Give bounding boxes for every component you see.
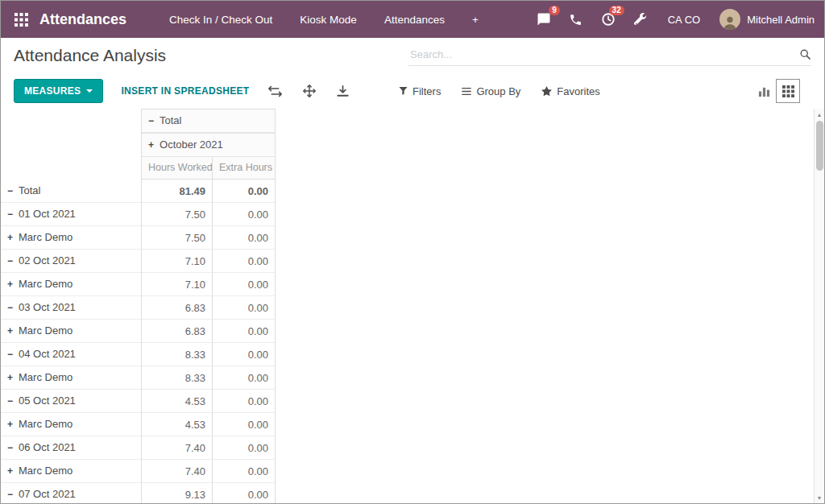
- cell-hours-worked: 7.10: [142, 273, 213, 296]
- row-header[interactable]: −07 Oct 2021: [1, 483, 142, 503]
- insert-in-spreadsheet-button[interactable]: INSERT IN SPREADSHEET: [121, 85, 249, 97]
- measure-header-extra-hours[interactable]: Extra Hours: [213, 157, 276, 180]
- cell-hours-worked: 6.83: [142, 320, 213, 343]
- expand-icon[interactable]: +: [7, 320, 13, 342]
- measures-label: MEASURES: [24, 85, 81, 97]
- apps-menu-icon[interactable]: [10, 9, 31, 30]
- column-header-month[interactable]: +October 2021: [142, 133, 276, 157]
- graph-view-button[interactable]: [752, 79, 776, 103]
- table-row: +Marc Demo7.400.00: [1, 460, 276, 483]
- debug-tools-icon[interactable]: [632, 11, 649, 27]
- row-header[interactable]: +Marc Demo: [1, 273, 142, 296]
- table-row: −Total81.490.00: [1, 180, 276, 203]
- breadcrumb-row: Attendance Analysis: [1, 38, 824, 73]
- messages-badge: 9: [549, 6, 560, 15]
- cell-hours-worked: 8.33: [142, 343, 213, 366]
- menu-check-in-out[interactable]: Check In / Check Out: [155, 1, 286, 38]
- row-header[interactable]: −06 Oct 2021: [1, 436, 142, 460]
- activities-icon[interactable]: 32: [600, 11, 616, 27]
- bar-chart-icon: [758, 85, 770, 97]
- filter-funnel-icon: [399, 86, 408, 96]
- row-label: 04 Oct 2021: [19, 348, 76, 360]
- row-label: Marc Demo: [19, 231, 73, 243]
- star-icon: [541, 86, 552, 96]
- filters-label: Filters: [412, 85, 441, 97]
- collapse-icon[interactable]: −: [7, 390, 13, 412]
- row-header[interactable]: −03 Oct 2021: [1, 296, 142, 320]
- expand-icon[interactable]: +: [7, 414, 13, 436]
- collapse-icon[interactable]: −: [7, 204, 13, 225]
- row-header[interactable]: +Marc Demo: [1, 413, 142, 436]
- messages-icon[interactable]: 9: [536, 11, 552, 27]
- row-header[interactable]: −Total: [1, 180, 142, 203]
- expand-icon[interactable]: +: [7, 227, 13, 249]
- expand-icon[interactable]: +: [7, 367, 13, 389]
- company-switcher[interactable]: CA CO: [665, 14, 703, 26]
- expand-icon[interactable]: +: [7, 461, 13, 482]
- row-header[interactable]: −04 Oct 2021: [1, 343, 142, 366]
- group-by-menu[interactable]: Group By: [462, 85, 520, 97]
- chevron-down-icon: [86, 89, 93, 93]
- collapse-icon[interactable]: −: [7, 437, 13, 459]
- table-row: −04 Oct 20218.330.00: [1, 343, 276, 366]
- filters-menu[interactable]: Filters: [399, 85, 441, 97]
- menu-kiosk-mode[interactable]: Kiosk Mode: [286, 1, 371, 38]
- scroll-down-arrow[interactable]: ▼: [815, 492, 824, 503]
- search-icon[interactable]: [799, 48, 811, 60]
- collapse-icon[interactable]: −: [7, 484, 13, 503]
- avatar: [719, 9, 740, 30]
- wrench-icon: [634, 13, 647, 26]
- row-header[interactable]: −02 Oct 2021: [1, 250, 142, 273]
- scrollbar-thumb[interactable]: [816, 121, 823, 171]
- collapse-icon[interactable]: −: [148, 110, 154, 132]
- systray: 9 32 CA CO M: [536, 9, 815, 30]
- row-header[interactable]: +Marc Demo: [1, 460, 142, 483]
- user-menu[interactable]: Mitchell Admin: [719, 9, 815, 30]
- search-input[interactable]: [408, 45, 799, 64]
- menu-plus[interactable]: +: [458, 1, 492, 38]
- collapse-icon[interactable]: −: [7, 180, 13, 202]
- expand-all-button[interactable]: [301, 83, 317, 99]
- cell-extra-hours: 0.00: [213, 343, 276, 366]
- row-label: Marc Demo: [19, 278, 73, 290]
- cell-hours-worked: 7.50: [142, 226, 213, 250]
- row-header[interactable]: +Marc Demo: [1, 226, 142, 250]
- collapse-icon[interactable]: −: [7, 250, 13, 272]
- menu-attendances[interactable]: Attendances: [371, 1, 458, 38]
- cell-hours-worked: 6.83: [142, 296, 213, 320]
- collapse-icon[interactable]: −: [7, 297, 13, 319]
- row-label: 05 Oct 2021: [19, 395, 76, 407]
- cell-extra-hours: 0.00: [213, 460, 276, 483]
- cell-hours-worked: 7.50: [142, 203, 213, 226]
- pivot-view: −Total +October 2021 Hours Worked Extra …: [1, 109, 824, 503]
- vertical-scrollbar[interactable]: ▲ ▼: [814, 109, 824, 503]
- app-name[interactable]: Attendances: [39, 11, 126, 28]
- row-header[interactable]: +Marc Demo: [1, 366, 142, 390]
- row-label: 06 Oct 2021: [19, 441, 76, 453]
- measure-header-hours-worked[interactable]: Hours Worked: [142, 157, 213, 180]
- pivot-body: −Total81.490.00−01 Oct 20217.500.00+Marc…: [1, 180, 276, 503]
- phone-icon[interactable]: [568, 11, 584, 27]
- table-row: −07 Oct 20219.130.00: [1, 483, 276, 503]
- column-header-total[interactable]: −Total: [142, 109, 276, 133]
- row-label: Marc Demo: [19, 465, 73, 477]
- cell-hours-worked: 7.10: [142, 250, 213, 273]
- table-row: +Marc Demo8.330.00: [1, 366, 276, 390]
- activities-badge: 32: [609, 6, 624, 15]
- cell-extra-hours: 0.00: [213, 273, 276, 296]
- cell-hours-worked: 81.49: [142, 180, 213, 203]
- pivot-view-button[interactable]: [776, 79, 800, 103]
- scroll-up-arrow[interactable]: ▲: [815, 109, 824, 120]
- row-header[interactable]: +Marc Demo: [1, 320, 142, 343]
- expand-icon[interactable]: +: [7, 274, 13, 295]
- favorites-menu[interactable]: Favorites: [541, 85, 599, 97]
- download-button[interactable]: [335, 84, 350, 99]
- collapse-icon[interactable]: −: [7, 344, 13, 366]
- row-header[interactable]: −05 Oct 2021: [1, 390, 142, 413]
- row-label: 03 Oct 2021: [19, 301, 76, 313]
- row-header[interactable]: −01 Oct 2021: [1, 203, 142, 226]
- measures-button[interactable]: MEASURES: [14, 79, 103, 103]
- cell-extra-hours: 0.00: [213, 203, 276, 226]
- expand-icon[interactable]: +: [148, 134, 154, 156]
- flip-axis-button[interactable]: [267, 84, 284, 99]
